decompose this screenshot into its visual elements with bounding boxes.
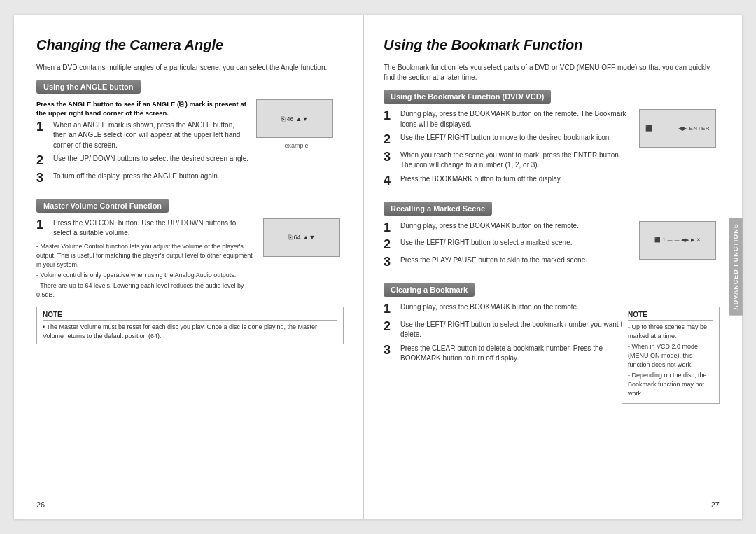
clear-step-3: 3 Press the CLEAR button to delete a boo… — [384, 344, 632, 364]
left-page: Changing the Camera Angle When a DVD con… — [14, 15, 364, 519]
clear-bookmark-header: Clearing a Bookmark — [384, 283, 475, 297]
angle-step-1: 1 When an ANGLE mark is shown, press the… — [36, 120, 249, 151]
master-volume-content: 1 Press the VOLCON. button. Use the UP/ … — [36, 218, 344, 301]
recall-step-2: 2 Use the LEFT/ RIGHT button to select a… — [384, 238, 632, 252]
right-note-title: NOTE — [628, 311, 713, 321]
volume-display-col: ⎘ 64 ▲▼ — [263, 218, 344, 261]
lcd-value: 46 — [287, 115, 294, 122]
step-text: Press the BOOKMARK button to turn off th… — [400, 174, 632, 185]
step-text: Use the UP/ DOWN buttons to select the d… — [53, 154, 249, 164]
step-text: Press the VOLCON. button. Use the UP/ DO… — [53, 218, 256, 239]
recall-display-col: ⬛ 1 — — ◀▶ ▶ ✕ — [639, 221, 720, 264]
step-number: 1 — [36, 120, 49, 134]
left-note-box: NOTE • The Master Volume must be reset f… — [36, 307, 344, 344]
bookmark-display-col: ⬛ — — — ◀▶ ENTER — [639, 109, 720, 152]
angle-main-col: Press the ANGLE button to see if an ANGL… — [36, 99, 249, 189]
note-text: • The Master Volume must be reset for ea… — [43, 323, 337, 340]
right-note-item: Up to three scenes may be marked at a ti… — [628, 323, 713, 341]
clear-main: 1 During play, press the BOOKMARK button… — [384, 302, 632, 367]
bookmark-step-3: 3 When you reach the scene you want to m… — [384, 150, 632, 171]
bookmark-function-section: Using the Bookmark Function (DVD/ VCD) 1… — [384, 90, 720, 192]
recall-content: 1 During play, press the BOOKMARK button… — [384, 221, 720, 273]
sidebar-text: ADVANCED FUNCTIONS — [732, 223, 739, 309]
bookmark-step-1: 1 During play, press the BOOKMARK button… — [384, 109, 632, 129]
lcd-arrows: ▲▼ — [296, 115, 309, 122]
right-note-item: Depending on the disc, the Bookmark func… — [628, 371, 713, 398]
example-label: example — [256, 142, 337, 149]
angle-lcd-display: ⎘ 46 ▲▼ — [256, 99, 333, 138]
angle-press-instruction: Press the ANGLE button to see if an ANGL… — [36, 99, 249, 118]
lcd-value: 64 — [294, 234, 301, 241]
angle-section-content: Press the ANGLE button to see if an ANGL… — [36, 99, 344, 189]
step-number: 1 — [384, 302, 396, 316]
step-number: 1 — [384, 109, 396, 123]
step-text: During play, press the BOOKMARK button o… — [400, 109, 632, 129]
right-page-number: 27 — [711, 500, 720, 509]
step-text: To turn off the display, press the ANGLE… — [53, 171, 249, 182]
angle-section-header: Using the ANGLE button — [36, 80, 141, 94]
step-number: 3 — [384, 150, 396, 164]
step-text: During play, press the BOOKMARK button o… — [400, 221, 632, 232]
angle-display-col: ⎘ 46 ▲▼ example — [256, 99, 337, 149]
recall-main: 1 During play, press the BOOKMARK button… — [384, 221, 632, 273]
bullet-item: Volume control is only operative when us… — [36, 271, 256, 280]
display-text: ⬛ 1 — — ◀▶ ▶ ✕ — [654, 237, 701, 243]
step-text: When you reach the scene you want to mar… — [400, 150, 632, 171]
angle-step-2: 2 Use the UP/ DOWN buttons to select the… — [36, 154, 249, 168]
step-number: 2 — [36, 154, 49, 168]
right-note-list: Up to three scenes may be marked at a ti… — [628, 323, 713, 398]
lcd-row: ⎘ 64 ▲▼ — [288, 234, 316, 241]
right-note-box: NOTE Up to three scenes may be marked at… — [622, 307, 720, 404]
step-text: Use the LEFT/ RIGHT button to select the… — [400, 320, 632, 340]
angle-step-3: 3 To turn off the display, press the ANG… — [36, 171, 249, 185]
recall-step-1: 1 During play, press the BOOKMARK button… — [384, 221, 632, 235]
step-number: 2 — [384, 238, 396, 252]
angle-section: Using the ANGLE button Press the ANGLE b… — [36, 80, 344, 189]
bookmark-lcd-display: ⬛ — — — ◀▶ ENTER — [639, 109, 716, 148]
step-text: Use the LEFT/ RIGHT button to move to th… — [400, 133, 632, 143]
recall-step-3: 3 Press the PLAY/ PAUSE button to skip t… — [384, 255, 632, 269]
clear-bookmark-content: 1 During play, press the BOOKMARK button… — [384, 302, 720, 408]
step-number: 1 — [384, 221, 396, 235]
step-text: Press the PLAY/ PAUSE button to skip to … — [400, 255, 632, 266]
step-number: 2 — [384, 133, 396, 147]
lcd-arrows: ▲▼ — [303, 234, 316, 241]
recall-lcd-display: ⬛ 1 — — ◀▶ ▶ ✕ — [639, 221, 716, 260]
master-volume-section: Master Volume Control Function 1 Press t… — [36, 199, 344, 344]
recall-header: Recalling a Marked Scene — [384, 202, 492, 216]
bookmark-step-2: 2 Use the LEFT/ RIGHT button to move to … — [384, 133, 632, 147]
right-intro: The Bookmark function lets you select pa… — [384, 63, 720, 83]
sidebar-label: ADVANCED FUNCTIONS — [729, 218, 743, 315]
lcd-icon: ⎘ — [281, 115, 285, 122]
volume-lcd-display: ⎘ 64 ▲▼ — [263, 218, 340, 257]
volume-step-1: 1 Press the VOLCON. button. Use the UP/ … — [36, 218, 256, 239]
master-volume-header: Master Volume Control Function — [36, 199, 169, 213]
volume-bullet-list: Master Volume Control function lets you … — [36, 242, 256, 300]
step-text: During play, press the BOOKMARK button o… — [400, 302, 632, 313]
step-text: When an ANGLE mark is shown, press the A… — [53, 120, 249, 151]
left-page-number: 26 — [36, 500, 45, 509]
bookmark-function-header: Using the Bookmark Function (DVD/ VCD) — [384, 90, 551, 104]
bullet-item: Master Volume Control function lets you … — [36, 242, 256, 269]
step-number: 3 — [384, 255, 396, 269]
step-text: Use the LEFT/ RIGHT button to select a m… — [400, 238, 632, 248]
clear-step-1: 1 During play, press the BOOKMARK button… — [384, 302, 632, 316]
lcd-row: ⎘ 46 ▲▼ — [281, 115, 309, 122]
step-number: 2 — [384, 320, 396, 334]
lcd-icon: ⎘ — [288, 234, 292, 241]
master-volume-main: 1 Press the VOLCON. button. Use the UP/ … — [36, 218, 256, 301]
step-text: Press the CLEAR button to delete a bookm… — [400, 344, 632, 364]
bullet-item: There are up to 64 levels. Lowering each… — [36, 281, 256, 300]
right-note-col: NOTE Up to three scenes may be marked at… — [639, 302, 720, 408]
left-page-title: Changing the Camera Angle — [36, 37, 344, 53]
bookmark-step-4: 4 Press the BOOKMARK button to turn off … — [384, 174, 632, 188]
clear-bookmark-section: Clearing a Bookmark 1 During play, press… — [384, 283, 720, 408]
recall-section: Recalling a Marked Scene 1 During play, … — [384, 202, 720, 273]
right-page: Using the Bookmark Function The Bookmark… — [364, 15, 742, 519]
step-number: 4 — [384, 174, 396, 188]
clear-step-2: 2 Use the LEFT/ RIGHT button to select t… — [384, 320, 632, 340]
display-text: ⬛ — — — ◀▶ ENTER — [645, 125, 710, 132]
right-page-title: Using the Bookmark Function — [384, 37, 720, 53]
step-number: 3 — [384, 344, 396, 358]
left-intro: When a DVD contains multiple angles of a… — [36, 63, 344, 73]
